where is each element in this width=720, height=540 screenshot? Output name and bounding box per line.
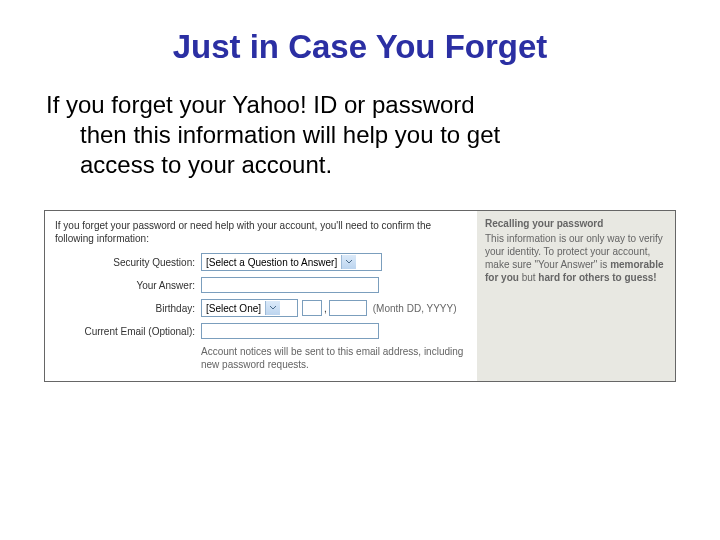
form-main-column: If you forget your password or need help… [45,211,477,381]
label-birthday: Birthday: [55,303,201,314]
birthday-month-selected: [Select One] [206,303,261,314]
body-line-1: If you forget your Yahoo! ID or password [46,91,475,118]
birthday-year-input[interactable] [329,300,367,316]
slide-body: If you forget your Yahoo! ID or password… [44,90,676,180]
chevron-down-icon [341,255,356,269]
form-instruction: If you forget your password or need help… [55,219,467,245]
security-question-select[interactable]: [Select a Question to Answer] [201,253,382,271]
your-answer-input[interactable] [201,277,379,293]
row-your-answer: Your Answer: [55,277,467,293]
current-email-input[interactable] [201,323,379,339]
label-security-question: Security Question: [55,257,201,268]
form-aside: Recalling your password This information… [477,211,675,381]
row-birthday: Birthday: [Select One] , (Month DD, YYYY… [55,299,467,317]
birthday-format-hint: (Month DD, YYYY) [373,303,457,314]
label-your-answer: Your Answer: [55,280,201,291]
comma-separator: , [322,303,329,314]
row-security-question: Security Question: [Select a Question to… [55,253,467,271]
email-note: Account notices will be sent to this ema… [201,345,467,371]
aside-bold-2: hard for others to guess! [538,272,656,283]
birthday-day-input[interactable] [302,300,322,316]
label-current-email: Current Email (Optional): [55,326,201,337]
body-line-3: access to your account. [80,150,676,180]
chevron-down-icon [265,301,280,315]
aside-text-2: but [519,272,538,283]
birthday-month-select[interactable]: [Select One] [201,299,298,317]
aside-title: Recalling your password [485,217,667,230]
body-line-2: then this information will help you to g… [80,120,676,150]
row-current-email: Current Email (Optional): [55,323,467,339]
slide-title: Just in Case You Forget [44,28,676,66]
account-recovery-form: If you forget your password or need help… [44,210,676,382]
security-question-selected: [Select a Question to Answer] [206,257,337,268]
